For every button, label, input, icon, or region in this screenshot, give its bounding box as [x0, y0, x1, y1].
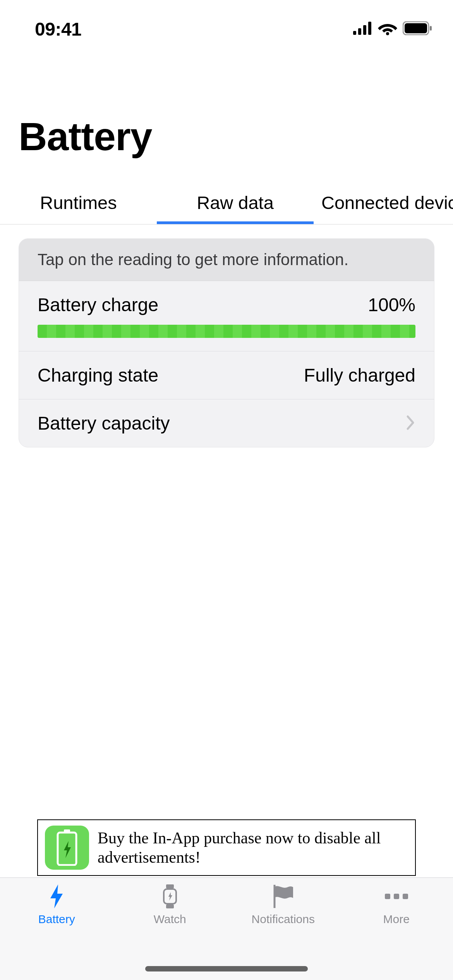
- tab-label: Connected device: [321, 192, 453, 213]
- content-area: Tap on the reading to get more informati…: [0, 224, 453, 447]
- svg-rect-2: [363, 25, 366, 35]
- watch-icon: [161, 885, 178, 908]
- page-title: Battery: [19, 114, 434, 159]
- tab-connected-device[interactable]: Connected device: [314, 183, 453, 224]
- ad-text: Buy the In-App purchase now to disable a…: [98, 828, 408, 867]
- wifi-icon: [378, 21, 397, 37]
- row-value: 100%: [368, 294, 415, 315]
- home-indicator[interactable]: [145, 966, 308, 971]
- tab-runtimes[interactable]: Runtimes: [0, 183, 157, 224]
- svg-rect-16: [403, 894, 408, 899]
- svg-rect-0: [353, 31, 356, 35]
- tabbar-item-more[interactable]: More: [340, 885, 453, 980]
- svg-rect-14: [385, 894, 390, 899]
- cellular-icon: [353, 22, 372, 36]
- row-battery-capacity[interactable]: Battery capacity: [19, 399, 434, 447]
- status-time: 09:41: [35, 19, 81, 40]
- battery-app-icon: [45, 826, 89, 870]
- tabbar-label: More: [383, 913, 410, 926]
- tab-raw-data[interactable]: Raw data: [157, 183, 314, 224]
- more-icon: [385, 885, 408, 908]
- svg-rect-10: [166, 884, 174, 888]
- row-battery-charge[interactable]: Battery charge 100%: [19, 281, 434, 351]
- tabbar-label: Battery: [38, 913, 75, 926]
- row-charging-state[interactable]: Charging state Fully charged: [19, 351, 434, 399]
- tabbar-item-battery[interactable]: Battery: [0, 885, 113, 980]
- svg-point-4: [386, 32, 389, 35]
- hint-text: Tap on the reading to get more informati…: [19, 239, 434, 281]
- flag-icon: [272, 885, 294, 908]
- chevron-right-icon: [406, 415, 415, 432]
- tabbar-label: Notifications: [252, 913, 315, 926]
- battery-charge-progress: [38, 325, 415, 338]
- row-label: Battery capacity: [38, 413, 170, 434]
- row-label: Battery charge: [38, 294, 158, 315]
- ad-banner[interactable]: Buy the In-App purchase now to disable a…: [37, 819, 416, 876]
- page-header: Battery: [0, 52, 453, 159]
- tab-label: Runtimes: [40, 192, 117, 213]
- tabbar-label: Watch: [154, 913, 186, 926]
- bottom-tab-bar: Battery Watch Notifications More: [0, 877, 453, 980]
- svg-rect-3: [368, 22, 371, 35]
- battery-icon: [403, 21, 432, 37]
- svg-rect-1: [358, 28, 361, 35]
- bolt-icon: [49, 885, 64, 908]
- segment-tabs: Runtimes Raw data Connected device: [0, 183, 453, 224]
- tab-label: Raw data: [197, 192, 274, 213]
- status-icons: [353, 21, 432, 37]
- svg-rect-12: [166, 905, 174, 908]
- svg-rect-15: [394, 894, 399, 899]
- row-label: Charging state: [38, 365, 158, 386]
- row-value: Fully charged: [304, 365, 415, 386]
- svg-rect-6: [405, 23, 427, 33]
- status-bar: 09:41: [0, 6, 453, 52]
- readings-card: Tap on the reading to get more informati…: [19, 238, 434, 447]
- svg-rect-7: [430, 26, 432, 31]
